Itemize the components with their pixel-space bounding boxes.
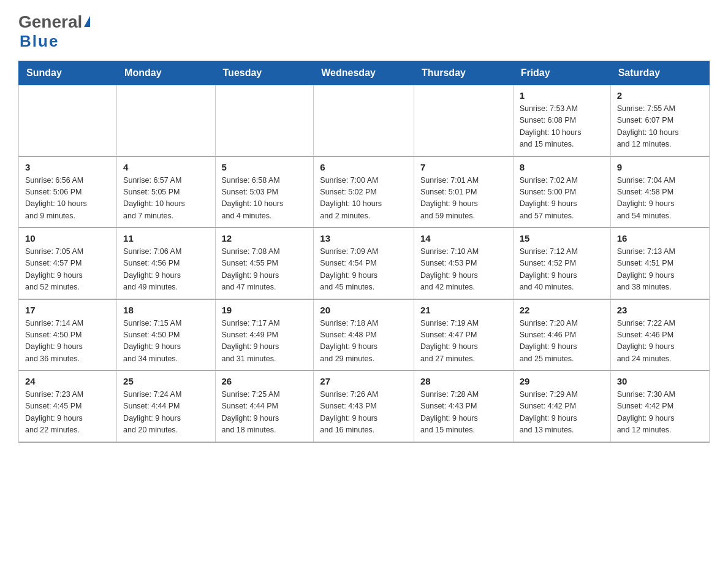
- calendar-cell: 29Sunrise: 7:29 AM Sunset: 4:42 PM Dayli…: [513, 370, 610, 442]
- calendar-cell: 19Sunrise: 7:17 AM Sunset: 4:49 PM Dayli…: [215, 299, 314, 371]
- calendar-cell: [117, 85, 215, 156]
- weekday-header-sunday: Sunday: [19, 61, 117, 85]
- calendar-cell: 17Sunrise: 7:14 AM Sunset: 4:50 PM Dayli…: [19, 299, 117, 371]
- calendar-cell: 22Sunrise: 7:20 AM Sunset: 4:46 PM Dayli…: [513, 299, 610, 371]
- weekday-header-saturday: Saturday: [610, 61, 709, 85]
- day-info: Sunrise: 7:10 AM Sunset: 4:53 PM Dayligh…: [420, 246, 507, 294]
- calendar-cell: 3Sunrise: 6:56 AM Sunset: 5:06 PM Daylig…: [19, 156, 117, 228]
- day-info: Sunrise: 7:08 AM Sunset: 4:55 PM Dayligh…: [222, 246, 308, 294]
- calendar-cell: 12Sunrise: 7:08 AM Sunset: 4:55 PM Dayli…: [215, 228, 314, 299]
- day-number: 30: [617, 376, 703, 386]
- day-info: Sunrise: 7:29 AM Sunset: 4:42 PM Dayligh…: [520, 389, 604, 437]
- calendar-cell: 7Sunrise: 7:01 AM Sunset: 5:01 PM Daylig…: [414, 156, 513, 228]
- page-header: General Blue: [18, 12, 710, 51]
- calendar-cell: 5Sunrise: 6:58 AM Sunset: 5:03 PM Daylig…: [215, 156, 314, 228]
- day-info: Sunrise: 7:23 AM Sunset: 4:45 PM Dayligh…: [25, 389, 110, 437]
- calendar-cell: 4Sunrise: 6:57 AM Sunset: 5:05 PM Daylig…: [117, 156, 215, 228]
- day-info: Sunrise: 7:12 AM Sunset: 4:52 PM Dayligh…: [520, 246, 604, 294]
- day-number: 1: [520, 90, 604, 101]
- day-number: 19: [222, 305, 308, 315]
- day-number: 16: [617, 233, 703, 243]
- calendar-cell: 1Sunrise: 7:53 AM Sunset: 6:08 PM Daylig…: [513, 85, 610, 156]
- day-info: Sunrise: 7:20 AM Sunset: 4:46 PM Dayligh…: [520, 318, 604, 366]
- calendar-cell: 26Sunrise: 7:25 AM Sunset: 4:44 PM Dayli…: [215, 370, 314, 442]
- day-number: 9: [617, 162, 703, 172]
- calendar-cell: [314, 85, 414, 156]
- day-info: Sunrise: 7:02 AM Sunset: 5:00 PM Dayligh…: [520, 175, 604, 223]
- calendar-week-1: 1Sunrise: 7:53 AM Sunset: 6:08 PM Daylig…: [19, 85, 710, 156]
- day-number: 13: [320, 233, 408, 243]
- calendar-cell: 9Sunrise: 7:04 AM Sunset: 4:58 PM Daylig…: [610, 156, 709, 228]
- day-number: 14: [420, 233, 507, 243]
- day-info: Sunrise: 7:00 AM Sunset: 5:02 PM Dayligh…: [320, 175, 408, 223]
- day-info: Sunrise: 7:28 AM Sunset: 4:43 PM Dayligh…: [420, 389, 507, 437]
- weekday-header-monday: Monday: [117, 61, 215, 85]
- day-number: 26: [222, 376, 308, 386]
- weekday-header-wednesday: Wednesday: [314, 61, 414, 85]
- weekday-header-tuesday: Tuesday: [215, 61, 314, 85]
- calendar-cell: 11Sunrise: 7:06 AM Sunset: 4:56 PM Dayli…: [117, 228, 215, 299]
- calendar-cell: 21Sunrise: 7:19 AM Sunset: 4:47 PM Dayli…: [414, 299, 513, 371]
- day-number: 7: [420, 162, 507, 172]
- day-info: Sunrise: 7:14 AM Sunset: 4:50 PM Dayligh…: [25, 318, 110, 366]
- day-info: Sunrise: 7:06 AM Sunset: 4:56 PM Dayligh…: [123, 246, 208, 294]
- day-number: 27: [320, 376, 408, 386]
- day-number: 24: [25, 376, 110, 386]
- day-number: 28: [420, 376, 507, 386]
- day-number: 20: [320, 305, 408, 315]
- logo-blue-text: Blue: [20, 32, 59, 51]
- calendar-cell: 15Sunrise: 7:12 AM Sunset: 4:52 PM Dayli…: [513, 228, 610, 299]
- day-number: 23: [617, 305, 703, 315]
- calendar-cell: 25Sunrise: 7:24 AM Sunset: 4:44 PM Dayli…: [117, 370, 215, 442]
- day-info: Sunrise: 6:56 AM Sunset: 5:06 PM Dayligh…: [25, 175, 110, 223]
- calendar-cell: 27Sunrise: 7:26 AM Sunset: 4:43 PM Dayli…: [314, 370, 414, 442]
- calendar-cell: [414, 85, 513, 156]
- day-info: Sunrise: 7:22 AM Sunset: 4:46 PM Dayligh…: [617, 318, 703, 366]
- calendar-cell: 2Sunrise: 7:55 AM Sunset: 6:07 PM Daylig…: [610, 85, 709, 156]
- day-info: Sunrise: 7:04 AM Sunset: 4:58 PM Dayligh…: [617, 175, 703, 223]
- day-number: 21: [420, 305, 507, 315]
- day-number: 8: [520, 162, 604, 172]
- day-info: Sunrise: 7:13 AM Sunset: 4:51 PM Dayligh…: [617, 246, 703, 294]
- day-info: Sunrise: 7:15 AM Sunset: 4:50 PM Dayligh…: [123, 318, 208, 366]
- calendar-cell: 13Sunrise: 7:09 AM Sunset: 4:54 PM Dayli…: [314, 228, 414, 299]
- day-info: Sunrise: 7:19 AM Sunset: 4:47 PM Dayligh…: [420, 318, 507, 366]
- calendar-cell: 28Sunrise: 7:28 AM Sunset: 4:43 PM Dayli…: [414, 370, 513, 442]
- logo-triangle-icon: [84, 16, 90, 27]
- day-info: Sunrise: 7:05 AM Sunset: 4:57 PM Dayligh…: [25, 246, 110, 294]
- calendar-cell: 14Sunrise: 7:10 AM Sunset: 4:53 PM Dayli…: [414, 228, 513, 299]
- day-info: Sunrise: 7:01 AM Sunset: 5:01 PM Dayligh…: [420, 175, 507, 223]
- calendar-cell: 30Sunrise: 7:30 AM Sunset: 4:42 PM Dayli…: [610, 370, 709, 442]
- calendar-table: SundayMondayTuesdayWednesdayThursdayFrid…: [18, 61, 710, 443]
- calendar-cell: [215, 85, 314, 156]
- calendar-cell: 10Sunrise: 7:05 AM Sunset: 4:57 PM Dayli…: [19, 228, 117, 299]
- day-number: 29: [520, 376, 604, 386]
- calendar-week-2: 3Sunrise: 6:56 AM Sunset: 5:06 PM Daylig…: [19, 156, 710, 228]
- day-info: Sunrise: 7:25 AM Sunset: 4:44 PM Dayligh…: [222, 389, 308, 437]
- day-number: 6: [320, 162, 408, 172]
- calendar-cell: 6Sunrise: 7:00 AM Sunset: 5:02 PM Daylig…: [314, 156, 414, 228]
- day-number: 3: [25, 162, 110, 172]
- logo-area: General Blue: [18, 12, 90, 51]
- day-info: Sunrise: 7:09 AM Sunset: 4:54 PM Dayligh…: [320, 246, 408, 294]
- day-info: Sunrise: 7:53 AM Sunset: 6:08 PM Dayligh…: [520, 103, 604, 151]
- calendar-cell: [19, 85, 117, 156]
- day-number: 25: [123, 376, 208, 386]
- calendar-cell: 18Sunrise: 7:15 AM Sunset: 4:50 PM Dayli…: [117, 299, 215, 371]
- day-info: Sunrise: 7:18 AM Sunset: 4:48 PM Dayligh…: [320, 318, 408, 366]
- day-info: Sunrise: 6:58 AM Sunset: 5:03 PM Dayligh…: [222, 175, 308, 223]
- calendar-cell: 23Sunrise: 7:22 AM Sunset: 4:46 PM Dayli…: [610, 299, 709, 371]
- calendar-week-5: 24Sunrise: 7:23 AM Sunset: 4:45 PM Dayli…: [19, 370, 710, 442]
- logo-general-text: General: [18, 12, 82, 32]
- day-number: 15: [520, 233, 604, 243]
- day-info: Sunrise: 7:24 AM Sunset: 4:44 PM Dayligh…: [123, 389, 208, 437]
- calendar-week-3: 10Sunrise: 7:05 AM Sunset: 4:57 PM Dayli…: [19, 228, 710, 299]
- weekday-header-friday: Friday: [513, 61, 610, 85]
- day-number: 4: [123, 162, 208, 172]
- day-info: Sunrise: 7:30 AM Sunset: 4:42 PM Dayligh…: [617, 389, 703, 437]
- calendar-cell: 8Sunrise: 7:02 AM Sunset: 5:00 PM Daylig…: [513, 156, 610, 228]
- day-number: 22: [520, 305, 604, 315]
- day-number: 12: [222, 233, 308, 243]
- day-number: 10: [25, 233, 110, 243]
- calendar-cell: 24Sunrise: 7:23 AM Sunset: 4:45 PM Dayli…: [19, 370, 117, 442]
